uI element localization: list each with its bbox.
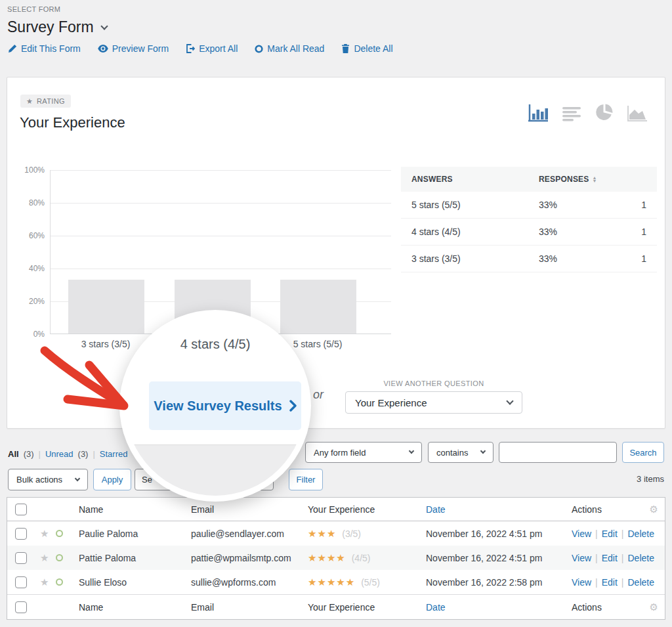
bar-5-stars[interactable]	[280, 280, 356, 334]
magnifier-callout: 4 stars (4/5) View Survey Results	[119, 310, 311, 502]
star-icon: ★	[26, 98, 33, 105]
chevron-down-icon	[100, 22, 108, 30]
entry-email: sullie@wpforms.com	[191, 577, 308, 588]
view-all-link[interactable]: All	[8, 449, 19, 459]
delete-all-link[interactable]: Delete All	[341, 43, 392, 54]
answer-row: 3 stars (3/5) 33% 1	[401, 246, 657, 272]
column-experience: Your Experience	[308, 602, 426, 613]
gear-icon[interactable]: ⚙	[650, 504, 658, 514]
view-unread-link[interactable]: Unread	[45, 449, 74, 459]
form-selector[interactable]: Survey Form	[7, 18, 107, 36]
rating-stars: ★★★★★	[308, 576, 355, 588]
rating-badge: ★ RATING	[20, 95, 71, 108]
area-chart-icon[interactable]	[627, 105, 648, 125]
responses-column-header[interactable]: RESPONSES ▲▼	[539, 175, 618, 184]
y-tick-80: 80%	[17, 198, 45, 207]
rating-stars: ★★★★	[308, 552, 346, 563]
entry-date: November 16, 2022 4:51 pm	[426, 529, 572, 539]
preview-form-link[interactable]: Preview Form	[98, 43, 169, 54]
view-entry-link[interactable]: View	[572, 529, 591, 539]
entry-name: Pattie Paloma	[73, 553, 191, 563]
edit-this-form-link[interactable]: Edit This Form	[8, 43, 81, 54]
entry-date: November 16, 2022 4:51 pm	[426, 553, 572, 563]
search-input[interactable]	[499, 442, 617, 463]
edit-entry-link[interactable]: Edit	[602, 553, 618, 563]
unread-indicator-icon[interactable]	[56, 554, 63, 561]
entry-view-filters: All (3) | Unread (3) | Starred	[8, 449, 127, 459]
answer-row: 5 stars (5/5) 33% 1	[401, 192, 657, 219]
question-select[interactable]: Your Experience	[345, 391, 522, 414]
select-all-checkbox[interactable]	[15, 504, 27, 515]
field-select[interactable]: Any form field	[305, 442, 422, 463]
answer-row: 4 stars (4/5) 33% 1	[401, 219, 657, 246]
export-all-link[interactable]: Export All	[186, 43, 238, 54]
delete-entry-link[interactable]: Delete	[628, 577, 654, 588]
delete-entry-link[interactable]: Delete	[628, 529, 654, 539]
apply-button[interactable]: Apply	[93, 469, 131, 490]
condition-select[interactable]: contains	[428, 442, 494, 463]
column-name: Name	[73, 504, 191, 515]
bulk-actions-select[interactable]: Bulk actions	[8, 469, 88, 490]
chevron-down-icon	[506, 397, 513, 404]
view-survey-results-button[interactable]: View Survey Results	[149, 381, 301, 430]
chevron-down-icon	[75, 475, 80, 481]
chevron-down-icon	[480, 448, 486, 454]
gridline	[51, 170, 391, 171]
unread-indicator-icon[interactable]	[56, 578, 63, 586]
delete-entry-link[interactable]: Delete	[628, 553, 654, 563]
gridline	[51, 203, 391, 204]
gridline	[51, 236, 391, 236]
row-checkbox[interactable]	[15, 552, 27, 564]
view-entry-link[interactable]: View	[572, 577, 591, 588]
trash-icon	[341, 44, 350, 53]
mark-all-read-link[interactable]: Mark All Read	[255, 43, 324, 54]
entry-name: Paulie Paloma	[73, 529, 191, 539]
star-toggle-icon[interactable]: ★	[40, 553, 49, 563]
pie-chart-icon[interactable]	[595, 104, 614, 125]
entry-row: ★ Pattie Paloma pattie@wpmailsmtp.com ★★…	[7, 546, 665, 570]
search-button[interactable]: Search	[622, 442, 664, 463]
view-starred-link[interactable]: Starred	[100, 449, 128, 459]
magnifier-content: 4 stars (4/5) View Survey Results	[125, 316, 305, 496]
gear-icon[interactable]: ⚙	[650, 602, 658, 612]
column-email: Email	[191, 504, 308, 515]
column-actions: Actions	[572, 504, 602, 515]
column-email: Email	[191, 602, 308, 613]
column-experience: Your Experience	[308, 504, 426, 515]
pencil-icon	[8, 44, 17, 53]
entries-footer-row: Name Email Your Experience Date Actions …	[7, 594, 665, 619]
entry-date: November 16, 2022 2:58 pm	[426, 577, 572, 588]
items-count: 3 items	[637, 474, 664, 484]
entries-header-row: Name Email Your Experience Date Actions …	[7, 498, 665, 521]
eye-icon	[98, 45, 108, 53]
star-toggle-icon[interactable]: ★	[40, 529, 49, 538]
rating-stars: ★★★	[308, 528, 336, 539]
answers-summary-table: ANSWERS RESPONSES ▲▼ 5 stars (5/5) 33% 1…	[401, 167, 657, 272]
magnified-x-label: 4 stars (4/5)	[125, 337, 305, 352]
edit-entry-link[interactable]: Edit	[602, 529, 618, 539]
column-date-sort[interactable]: Date	[426, 504, 572, 515]
filter-button[interactable]: Filter	[289, 469, 323, 490]
export-icon	[186, 44, 195, 53]
bar-chart-icon[interactable]	[528, 104, 549, 125]
bar-3-stars[interactable]	[68, 280, 144, 334]
column-name: Name	[73, 602, 191, 613]
survey-question-card: ★ RATING Your Experience 100% 80% 60% 40…	[7, 77, 665, 429]
column-date-sort[interactable]: Date	[426, 602, 572, 613]
entry-name: Sullie Eloso	[73, 577, 191, 588]
gridline	[51, 269, 391, 269]
column-actions: Actions	[572, 602, 602, 613]
edit-entry-link[interactable]: Edit	[602, 577, 618, 588]
horizontal-bar-chart-icon[interactable]	[562, 106, 582, 125]
view-entry-link[interactable]: View	[572, 553, 591, 563]
sort-icon: ▲▼	[593, 176, 597, 183]
mark-read-icon	[255, 45, 263, 53]
form-actions-bar: Edit This Form Preview Form Export All M…	[8, 43, 393, 54]
select-all-checkbox[interactable]	[15, 601, 27, 613]
row-checkbox[interactable]	[15, 528, 27, 540]
row-checkbox[interactable]	[15, 576, 27, 588]
entry-email: paulie@sendlayer.com	[191, 529, 308, 539]
unread-indicator-icon[interactable]	[56, 530, 63, 537]
y-tick-0: 0%	[17, 330, 45, 339]
star-toggle-icon[interactable]: ★	[40, 577, 49, 587]
